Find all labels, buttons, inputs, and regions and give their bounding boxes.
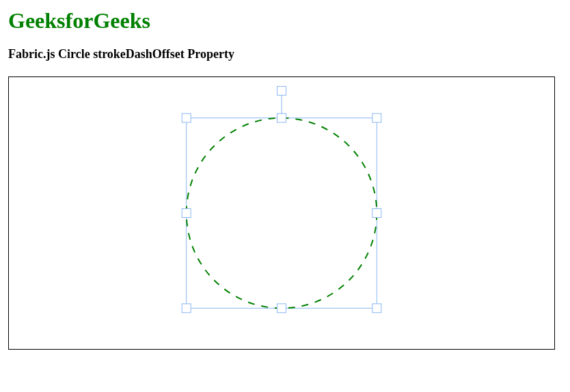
selection-handle-mr[interactable] [372,209,381,218]
selection-handle-bl[interactable] [182,304,191,313]
selection-bounding-box [187,118,377,309]
selection-handle-bm[interactable] [277,304,286,313]
selection-handle-ml[interactable] [182,209,191,218]
page-title: GeeksforGeeks [8,8,562,33]
fabric-canvas[interactable] [8,76,555,350]
selection-handle-tl[interactable] [182,113,191,122]
canvas-svg [9,77,554,349]
selection-handle-rotate[interactable] [277,86,286,95]
page-subtitle: Fabric.js Circle strokeDashOffset Proper… [8,47,562,61]
selection-handle-br[interactable] [372,304,381,313]
selection-handle-tm[interactable] [277,113,286,122]
selection-handle-tr[interactable] [372,113,381,122]
dashed-circle[interactable] [187,118,377,309]
